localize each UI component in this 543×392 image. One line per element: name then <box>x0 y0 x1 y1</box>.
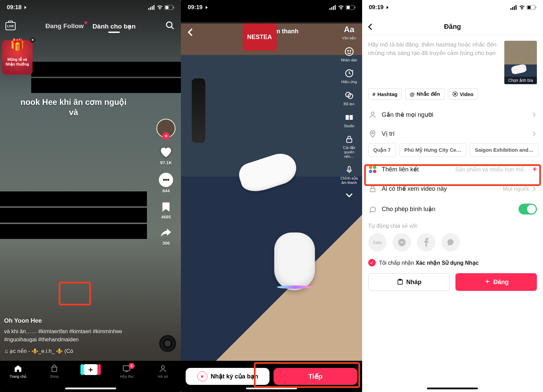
nav-create[interactable]: ＋ <box>72 364 109 375</box>
home-indicator <box>427 388 478 389</box>
video-meta: Oh Yoon Hee và khi ăn…… #kimtaerifan #ki… <box>4 316 147 355</box>
tool-studio[interactable]: Studio <box>344 112 354 128</box>
tool-effect[interactable]: Hiệu ứng <box>341 68 357 84</box>
chat-icon <box>446 238 455 247</box>
nav-profile[interactable]: Hồ sơ <box>145 364 181 379</box>
tab-foryou[interactable]: Dành cho bạn <box>93 22 136 30</box>
svg-rect-6 <box>173 6 174 8</box>
tool-expand[interactable] <box>345 191 354 200</box>
sound-disc[interactable] <box>159 335 176 352</box>
signal-icon <box>510 5 517 10</box>
share-button[interactable]: 306 <box>160 227 172 246</box>
search-icon <box>165 21 175 30</box>
location-chip[interactable]: Phú Mỹ Hưng City Ce… <box>399 143 466 157</box>
comment-button[interactable]: ••• 844 <box>159 173 173 193</box>
preview-canvas[interactable]: NESTEA <box>181 0 362 392</box>
status-bar: 09:19 <box>181 0 362 15</box>
live-button[interactable]: LIVE <box>5 22 16 30</box>
chip-video[interactable]: Video <box>448 88 478 100</box>
share-zalo[interactable]: Zalo <box>368 233 387 251</box>
cover-picker[interactable]: Chọn ảnh bìa <box>504 41 537 84</box>
author-name[interactable]: Oh Yoon Hee <box>4 316 147 325</box>
tool-sticker[interactable]: Nhãn dán <box>341 46 357 62</box>
close-icon[interactable]: ✕ <box>30 37 35 43</box>
diary-button[interactable]: ★Nhật ký của bạn <box>186 368 269 385</box>
bookmark-button[interactable]: 4685 <box>160 201 172 220</box>
status-time: 09:19 <box>188 4 202 11</box>
top-tabs: LIVE Đang Follow Dành cho bạn <box>0 18 181 35</box>
row-location[interactable]: Vị trí <box>362 124 543 143</box>
svg-rect-26 <box>348 166 350 171</box>
tool-text[interactable]: AaVăn bản <box>342 24 356 40</box>
share-facebook[interactable] <box>417 233 435 251</box>
chevron-down-icon <box>345 191 354 200</box>
music-accept-row[interactable]: ✓ Tôi chấp nhận Xác nhận Sử dụng Nhạc <box>362 256 543 271</box>
row-add-link[interactable]: Thêm liên kết Sản phẩm và nhiều hơn thế.… <box>362 160 543 179</box>
tool-privacy[interactable]: Cài đặt quyền riên… <box>339 134 359 158</box>
like-button[interactable]: 97.1K <box>159 145 173 165</box>
messenger-icon <box>397 238 406 247</box>
comment-icon <box>369 205 377 213</box>
overlay-text: và <box>0 107 147 117</box>
location-chip[interactable]: Saigon Exhibition and… <box>470 143 539 157</box>
nav-home[interactable]: Trang chủ <box>0 364 36 379</box>
avatar[interactable]: + <box>156 119 175 138</box>
battery-icon <box>165 5 174 10</box>
feed-screen: 09:18 LIVE Đang Follow Dành cho bạn ✕ Mừ… <box>0 0 181 392</box>
svg-rect-11 <box>331 7 332 10</box>
back-button[interactable] <box>362 22 379 31</box>
search-button[interactable] <box>165 21 175 32</box>
chip-mention[interactable]: @Nhắc đến <box>405 88 444 100</box>
row-comments: Cho phép bình luận <box>362 198 543 220</box>
action-rail: + 97.1K ••• 844 4685 306 <box>154 119 178 246</box>
bottle <box>192 78 205 143</box>
chip-hashtag[interactable]: #Hashtag <box>368 88 402 100</box>
promo-banner[interactable]: ✕ Mừng lễ và Nhận thưởng <box>2 40 33 75</box>
plus-icon: ＋ <box>82 364 99 375</box>
tool-audio[interactable]: Chỉnh sửa âm thanh <box>339 165 359 185</box>
svg-point-35 <box>371 112 374 115</box>
chevron-right-icon <box>531 186 537 192</box>
heart-icon <box>159 145 173 159</box>
tab-following[interactable]: Đang Follow <box>45 22 84 30</box>
nestea-box: NESTEA <box>243 23 277 51</box>
follow-plus-icon[interactable]: + <box>162 132 170 140</box>
signal-icon <box>148 5 155 10</box>
mic-icon <box>345 165 354 174</box>
battery-icon <box>346 5 355 10</box>
svg-rect-3 <box>153 5 154 10</box>
header: Đăng <box>362 18 543 35</box>
row-tag-people[interactable]: Gắn thẻ mọi người <box>362 105 543 124</box>
draft-icon <box>397 279 404 285</box>
post-screen: 09:19 Đăng Hãy mô tả bài đăng, thêm hash… <box>362 0 543 392</box>
svg-rect-2 <box>152 6 153 10</box>
location-chip[interactable]: Quận 7 <box>368 143 396 157</box>
home-indicator <box>246 388 297 389</box>
row-privacy[interactable]: Ai có thể xem video này Mọi người <box>362 179 543 198</box>
svg-point-18 <box>348 51 348 51</box>
mouse <box>274 232 315 290</box>
editor-tool-rail: AaVăn bản Nhãn dán Hiệu ứng Bộ lọc Studi… <box>339 24 359 200</box>
nav-inbox[interactable]: 5 Hộp thư <box>109 364 145 379</box>
nav-shop[interactable]: Shop <box>36 364 73 378</box>
sound-label[interactable]: ♫ ạc nền - ⚜️_e.i.h_ ⚜️ (Có <box>4 347 147 355</box>
back-button[interactable] <box>186 27 196 39</box>
share-sms[interactable] <box>442 233 460 251</box>
svg-rect-12 <box>333 6 334 10</box>
caption-input[interactable]: Hãy mô tả bài đăng, thêm hashtag hoặc nh… <box>368 41 500 84</box>
caption[interactable]: và khi ăn…… #kimtaerifan #kimtaeri #kimm… <box>4 329 122 342</box>
svg-rect-10 <box>330 8 331 10</box>
svg-point-36 <box>372 132 373 134</box>
svg-rect-27 <box>510 8 511 10</box>
post-button[interactable]: Đăng <box>455 273 537 291</box>
next-button[interactable]: Tiếp <box>274 368 357 385</box>
svg-rect-23 <box>345 115 349 120</box>
play-icon <box>452 91 458 97</box>
share-messenger[interactable] <box>393 233 411 251</box>
comments-toggle[interactable] <box>519 204 537 214</box>
tool-filter[interactable]: Bộ lọc <box>343 90 354 106</box>
comment-icon: ••• <box>159 173 173 187</box>
link-icon <box>368 165 377 174</box>
battery-icon <box>527 5 536 10</box>
draft-button[interactable]: Nháp <box>368 273 450 291</box>
